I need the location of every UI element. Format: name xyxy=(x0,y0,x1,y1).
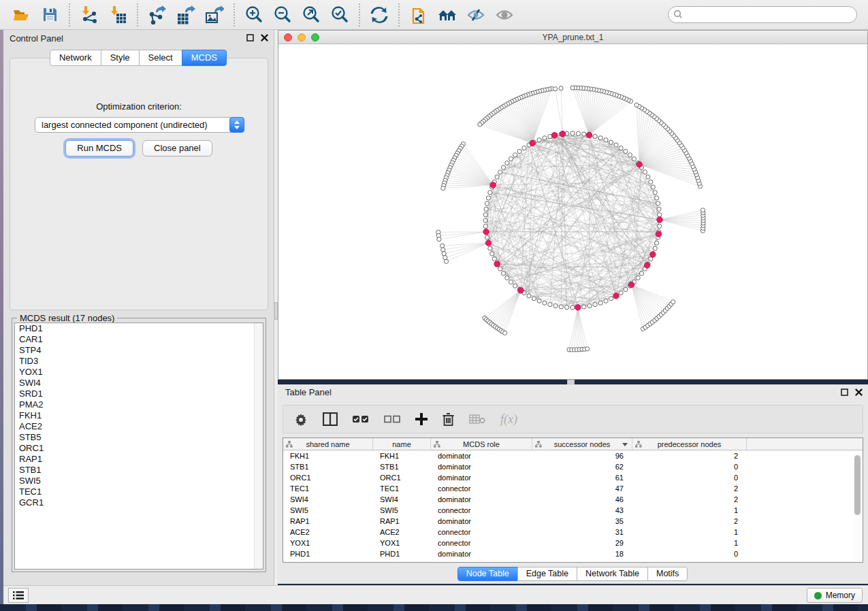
leaf-node[interactable] xyxy=(585,347,589,351)
network-node[interactable] xyxy=(657,207,661,211)
zoom-in-button[interactable] xyxy=(240,3,268,27)
network-node[interactable] xyxy=(498,267,502,271)
table-row[interactable]: TEC1TEC1connector472 xyxy=(283,483,863,494)
import-network-button[interactable] xyxy=(75,3,103,27)
mcds-result-item[interactable]: PHD1 xyxy=(15,323,263,334)
mcds-result-item[interactable]: CAR1 xyxy=(15,334,263,345)
network-node[interactable] xyxy=(492,257,496,261)
mcds-result-item[interactable]: RAP1 xyxy=(15,454,263,465)
network-node[interactable] xyxy=(619,146,623,150)
network-node[interactable] xyxy=(522,146,526,150)
table-scrollbar-thumb[interactable] xyxy=(854,455,861,515)
zoom-fit-button[interactable] xyxy=(297,3,325,27)
save-session-button[interactable] xyxy=(35,3,64,27)
leaf-node[interactable] xyxy=(478,122,482,127)
network-node[interactable] xyxy=(639,271,643,276)
mcds-result-item[interactable]: ACE2 xyxy=(15,421,263,432)
network-canvas[interactable] xyxy=(278,44,867,379)
tab-mcds[interactable]: MCDS xyxy=(182,50,227,66)
leaf-node[interactable] xyxy=(634,103,639,107)
mcds-result-list[interactable]: PHD1CAR1STP4TID3YOX1SWI4SRD1PMA2FKH1ACE2… xyxy=(14,323,263,569)
network-node[interactable] xyxy=(509,156,513,161)
mcds-hub-node[interactable] xyxy=(551,133,557,138)
network-node[interactable] xyxy=(609,140,613,144)
deselect-all-rows-button[interactable] xyxy=(384,409,400,429)
network-node[interactable] xyxy=(598,301,602,305)
leaf-node[interactable] xyxy=(570,86,575,90)
add-column-button[interactable] xyxy=(415,409,428,429)
network-node[interactable] xyxy=(517,149,521,153)
network-node[interactable] xyxy=(537,138,541,142)
network-node[interactable] xyxy=(636,276,640,280)
mcds-result-item[interactable]: GCR1 xyxy=(15,497,263,508)
table-row[interactable]: STB1STB1dominator620 xyxy=(283,461,863,472)
mcds-hub-node[interactable] xyxy=(586,132,592,137)
network-node[interactable] xyxy=(653,191,657,195)
table-row[interactable]: SWI5SWI5connector431 xyxy=(283,505,863,516)
export-network-button[interactable] xyxy=(143,3,172,27)
refresh-button[interactable] xyxy=(365,3,393,27)
new-network-from-selection-button[interactable] xyxy=(404,3,433,27)
table-row[interactable]: RAP1RAP1dominator352 xyxy=(283,516,863,527)
leaf-node[interactable] xyxy=(440,244,445,248)
mcds-result-item[interactable]: STB1 xyxy=(15,465,263,476)
task-history-button[interactable] xyxy=(8,588,29,603)
table-settings-button[interactable] xyxy=(294,409,308,429)
mcds-hub-node[interactable] xyxy=(485,240,491,246)
network-node[interactable] xyxy=(582,132,586,136)
zoom-out-button[interactable] xyxy=(268,3,297,27)
mcds-hub-node[interactable] xyxy=(575,305,581,310)
tab-select[interactable]: Select xyxy=(139,50,182,66)
delete-column-button[interactable] xyxy=(443,409,454,429)
network-node[interactable] xyxy=(501,271,505,276)
leaf-node[interactable] xyxy=(444,259,448,263)
table-row[interactable]: FKH1FKH1dominator962 xyxy=(283,450,863,461)
network-node[interactable] xyxy=(588,303,592,308)
run-mcds-button[interactable]: Run MCDS xyxy=(65,140,133,156)
mcds-result-item[interactable]: ORC1 xyxy=(15,443,263,454)
network-node[interactable] xyxy=(565,306,569,310)
mcds-hub-node[interactable] xyxy=(657,217,662,222)
leaf-node[interactable] xyxy=(441,248,445,252)
show-columns-button[interactable] xyxy=(323,409,338,429)
network-node[interactable] xyxy=(624,287,628,291)
network-node[interactable] xyxy=(490,252,494,256)
column-header-MCDS-role[interactable]: MCDS role xyxy=(431,438,532,450)
network-window-titlebar[interactable]: YPA_prune.txt_1 xyxy=(278,31,867,44)
mcds-result-item[interactable]: SWI4 xyxy=(15,378,263,389)
network-node[interactable] xyxy=(509,280,513,284)
export-image-button[interactable] xyxy=(200,3,229,27)
select-all-rows-button[interactable] xyxy=(353,409,369,429)
network-node[interactable] xyxy=(498,170,502,174)
table-row[interactable]: ACE2ACE2connector311 xyxy=(283,527,863,538)
mcds-hub-node[interactable] xyxy=(494,261,500,267)
mcds-hub-node[interactable] xyxy=(518,288,524,293)
show-all-button[interactable] xyxy=(490,3,519,27)
network-node[interactable] xyxy=(484,207,488,211)
leaf-node[interactable] xyxy=(443,256,447,260)
network-node[interactable] xyxy=(505,161,509,165)
network-node[interactable] xyxy=(614,143,618,147)
network-node[interactable] xyxy=(609,297,613,301)
function-builder-button[interactable]: f(x) xyxy=(500,409,517,429)
table-tab-edge-table[interactable]: Edge Table xyxy=(517,567,577,581)
mcds-result-item[interactable]: TID3 xyxy=(15,356,263,367)
network-node[interactable] xyxy=(483,218,487,222)
leaf-node[interactable] xyxy=(441,186,445,191)
network-node[interactable] xyxy=(604,299,608,303)
table-row[interactable]: PHD1PHD1dominator180 xyxy=(283,548,863,559)
mcds-hub-node[interactable] xyxy=(637,162,642,167)
network-node[interactable] xyxy=(632,156,636,161)
network-node[interactable] xyxy=(655,196,659,200)
network-node[interactable] xyxy=(649,180,653,184)
network-node[interactable] xyxy=(658,213,662,217)
network-node[interactable] xyxy=(593,303,597,307)
network-node[interactable] xyxy=(513,153,517,157)
network-node[interactable] xyxy=(643,170,647,174)
network-node[interactable] xyxy=(655,241,659,245)
criterion-select[interactable]: largest connected component (undirected) xyxy=(35,117,244,133)
network-node[interactable] xyxy=(532,297,536,301)
mcds-result-item[interactable]: TEC1 xyxy=(15,486,263,497)
network-node[interactable] xyxy=(505,276,509,280)
network-node[interactable] xyxy=(628,153,632,157)
